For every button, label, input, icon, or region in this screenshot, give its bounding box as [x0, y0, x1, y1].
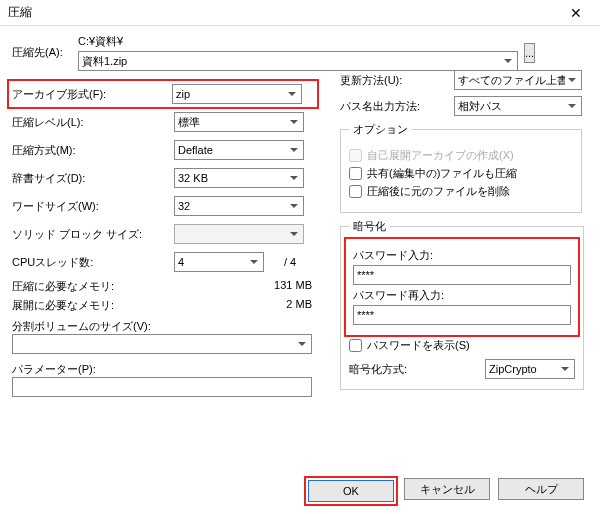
dest-file-select[interactable]: 資料1.zip: [78, 51, 518, 71]
comp-level-select[interactable]: 標準: [174, 112, 304, 132]
path-mode-select[interactable]: 相対パス: [454, 96, 582, 116]
encryption-legend: 暗号化: [349, 219, 390, 234]
help-button[interactable]: ヘルプ: [498, 478, 584, 500]
split-vol-label: 分割ボリュームのサイズ(V):: [12, 319, 332, 334]
password-highlight: パスワード入力: パスワード再入力:: [346, 239, 578, 335]
path-mode-label: パス名出力方法:: [340, 99, 420, 114]
comp-method-select[interactable]: Deflate: [174, 140, 304, 160]
cancel-button[interactable]: キャンセル: [404, 478, 490, 500]
archive-format-label: アーカイブ形式(F):: [12, 87, 172, 102]
archive-format-select[interactable]: zip: [172, 84, 302, 104]
window-title: 圧縮: [8, 4, 32, 21]
options-legend: オプション: [349, 122, 412, 137]
mem-comp-value: 131 MB: [274, 279, 312, 294]
word-size-label: ワードサイズ(W):: [12, 199, 174, 214]
cpu-threads-total: / 4: [284, 256, 296, 268]
close-icon[interactable]: ✕: [556, 0, 596, 26]
options-group: オプション 自己展開アーカイブの作成(X) 共有(編集中の)ファイルも圧縮 圧縮…: [340, 122, 582, 213]
shared-label: 共有(編集中の)ファイルも圧縮: [367, 166, 517, 181]
delete-after-label: 圧縮後に元のファイルを削除: [367, 184, 510, 199]
encryption-group: 暗号化 パスワード入力: パスワード再入力: パスワードを表示(S) 暗号化方式…: [340, 219, 584, 390]
split-vol-select[interactable]: [12, 334, 312, 354]
mem-decomp-value: 2 MB: [286, 298, 312, 313]
right-column: 更新方法(U): すべてのファイル上書き パス名出力方法: 相対パス オプション…: [332, 70, 582, 397]
password-input[interactable]: [353, 265, 571, 285]
dest-path-text: C:¥資料¥: [78, 34, 518, 49]
params-input[interactable]: [12, 377, 312, 397]
ok-highlight: OK: [306, 478, 396, 504]
solid-block-label: ソリッド ブロック サイズ:: [12, 227, 174, 242]
show-password-label: パスワードを表示(S): [367, 338, 470, 353]
password2-label: パスワード再入力:: [353, 288, 571, 303]
mem-comp-label: 圧縮に必要なメモリ:: [12, 279, 114, 294]
delete-after-checkbox[interactable]: [349, 185, 362, 198]
comp-method-label: 圧縮方式(M):: [12, 143, 174, 158]
word-size-select[interactable]: 32: [174, 196, 304, 216]
dest-label: 圧縮先(A):: [12, 45, 72, 60]
sfx-checkbox: [349, 149, 362, 162]
sfx-label: 自己展開アーカイブの作成(X): [367, 148, 514, 163]
enc-method-select[interactable]: ZipCrypto: [485, 359, 575, 379]
comp-level-label: 圧縮レベル(L):: [12, 115, 174, 130]
destination-row: 圧縮先(A): C:¥資料¥ 資料1.zip ...: [12, 34, 332, 71]
footer: OK キャンセル ヘルプ: [0, 478, 600, 504]
cpu-threads-label: CPUスレッド数:: [12, 255, 174, 270]
cpu-threads-select[interactable]: 4: [174, 252, 264, 272]
browse-button[interactable]: ...: [524, 43, 535, 63]
dict-size-label: 辞書サイズ(D):: [12, 171, 174, 186]
solid-block-select[interactable]: [174, 224, 304, 244]
update-mode-label: 更新方法(U):: [340, 73, 402, 88]
titlebar: 圧縮 ✕: [0, 0, 600, 26]
update-mode-select[interactable]: すべてのファイル上書き: [454, 70, 582, 90]
left-column: 圧縮先(A): C:¥資料¥ 資料1.zip ... アーカイブ形式(F): z…: [12, 34, 332, 397]
archive-format-highlight: アーカイブ形式(F): zip: [9, 81, 317, 107]
show-password-checkbox[interactable]: [349, 339, 362, 352]
dict-size-select[interactable]: 32 KB: [174, 168, 304, 188]
mem-decomp-label: 展開に必要なメモリ:: [12, 298, 114, 313]
params-label: パラメーター(P):: [12, 362, 332, 377]
shared-checkbox[interactable]: [349, 167, 362, 180]
password2-input[interactable]: [353, 305, 571, 325]
password-label: パスワード入力:: [353, 248, 571, 263]
ok-button[interactable]: OK: [308, 480, 394, 502]
enc-method-label: 暗号化方式:: [349, 362, 407, 377]
